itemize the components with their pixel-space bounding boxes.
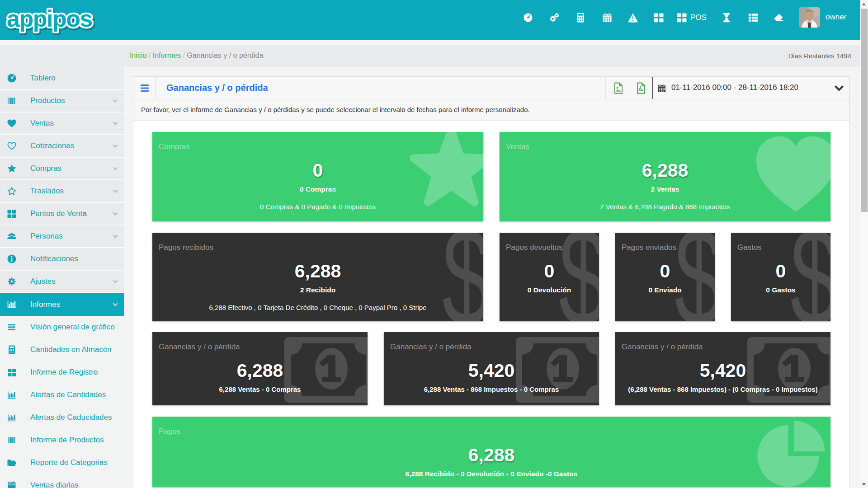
svg-text:appipos: appipos (7, 5, 92, 32)
